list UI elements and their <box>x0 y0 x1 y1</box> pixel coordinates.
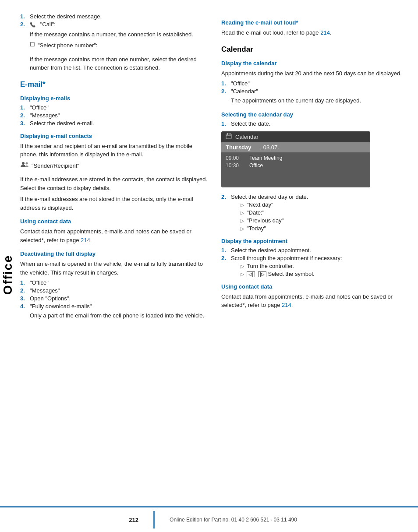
using-contact-page-link[interactable]: 214 <box>81 237 90 243</box>
step-num: 2. <box>20 287 27 294</box>
step-1-text: Select the desired message. <box>30 13 208 20</box>
step-text: Open "Options". <box>30 295 208 302</box>
reading-page-link[interactable]: 214 <box>320 29 330 36</box>
arrow-item: ▷Turn the controller. <box>241 263 409 269</box>
symbol-box-2: |▷ <box>258 271 266 277</box>
displaying-contacts-body1: If the sender and recipient of an e-mail… <box>20 142 208 159</box>
sidebar: Office <box>0 0 16 532</box>
using-contact2-title: Using contact data <box>221 283 409 290</box>
step-text: "Office" <box>30 279 208 286</box>
step-item: 1."Office" <box>20 104 208 111</box>
selecting-day-step2-num: 2. <box>221 194 228 200</box>
step-item: 3.Open "Options". <box>20 295 208 302</box>
step-1-num: 1. <box>20 13 27 20</box>
selecting-day-step1-text: Select the date. <box>231 120 409 127</box>
main-content: 1. Select the desired message. 2. "Call"… <box>16 0 418 532</box>
step-text: Select the desired e-mail. <box>30 120 208 127</box>
step-2: 2. "Call": <box>20 21 208 28</box>
svg-point-0 <box>22 162 25 165</box>
step-text: "Calendar" <box>231 88 409 95</box>
step-num: 1. <box>221 80 228 87</box>
step-num: 3. <box>20 120 27 127</box>
step-num: 2. <box>221 255 228 261</box>
footer-edition-text: Online Edition for Part no. 01 40 2 606 … <box>170 517 297 523</box>
calendar-date: , 03.07. <box>260 144 279 151</box>
selecting-day-step2-text: Select the desired day or date. <box>231 194 409 200</box>
phone-icon <box>30 21 37 28</box>
step-item: 2.Scroll through the appointment if nece… <box>221 255 409 261</box>
arrow-item: ▷"Next day" <box>241 201 409 208</box>
step-item: 2."Messages" <box>20 287 208 294</box>
step-text: "Office" <box>231 80 409 87</box>
arrow-symbol: ▷ <box>241 264 244 269</box>
svg-point-1 <box>26 162 28 164</box>
using-contact-title: Using contact data <box>20 218 208 225</box>
option-text: "Previous day" <box>247 217 409 224</box>
call-select-phone: ☐ "Select phone number": <box>30 41 208 53</box>
arrow-item: ▷"Today" <box>241 225 409 232</box>
option-text: Turn the controller. <box>247 263 294 269</box>
arrow-item: ▷"Date:" <box>241 209 409 216</box>
calendar-event-name: Office <box>249 162 263 169</box>
step-num: 4. <box>20 303 27 310</box>
step-item: 1."Office" <box>20 279 208 286</box>
step-text: Select the desired appointment. <box>231 247 409 254</box>
selecting-day-step1: 1. Select the date. <box>221 120 409 127</box>
reading-body: Read the e-mail out loud, refer to page … <box>221 28 409 37</box>
people-icon <box>20 162 29 169</box>
step-item: 2."Calendar" <box>221 88 409 95</box>
step-num: 2. <box>221 88 228 95</box>
calendar-events: 09:00Team Meeting10:30Office <box>221 152 370 187</box>
arrow-item: ▷ ◁| |▷ Select the symbol. <box>241 271 409 277</box>
step-text: Scroll through the appointment if necess… <box>231 255 409 261</box>
selecting-day-step2-row: 2. Select the desired day or date. <box>221 194 409 200</box>
display-calendar-indent: The appointments on the current day are … <box>231 96 409 105</box>
using-contact-body: Contact data from appointments, e-mails … <box>20 227 208 244</box>
step-num: 1. <box>221 247 228 254</box>
deactivating-body: When an e-mail is opened in the vehicle,… <box>20 260 208 277</box>
step-1: 1. Select the desired message. <box>20 13 208 20</box>
step-item: 4."Fully download e-mails" <box>20 303 208 310</box>
step-num: 1. <box>20 104 27 111</box>
step-2-num: 2. <box>20 21 27 28</box>
option-text: "Next day" <box>247 201 409 208</box>
step-text: "Fully download e-mails" <box>30 303 208 310</box>
display-calendar-title: Display the calendar <box>221 60 409 67</box>
displaying-contacts-body2: If the e-mail addresses are stored in th… <box>20 175 208 192</box>
calendar-event-time: 09:00 <box>226 155 243 161</box>
calendar-section-title: Calendar <box>221 45 409 54</box>
left-column: 1. Select the desired message. 2. "Call"… <box>20 13 208 523</box>
deactivating-title: Deactivating the full display <box>20 250 208 257</box>
calendar-mockup: Calendar Thursday , 03.07. 09:00Team Mee… <box>221 131 370 187</box>
step-text: "Office" <box>30 104 208 111</box>
display-calendar-steps: 1."Office"2."Calendar" <box>221 80 409 95</box>
option-text: "Today" <box>247 225 409 232</box>
sender-recipient-row: "Sender/Recipient" <box>20 162 208 173</box>
step-item: 1."Office" <box>221 80 409 87</box>
calendar-day: Thursday <box>226 144 252 151</box>
arrow-symbol: ▷ <box>241 226 244 232</box>
footer-page-number: 212 <box>121 517 138 523</box>
calendar-event-time: 10:30 <box>226 162 243 169</box>
step-text: "Messages" <box>30 112 208 119</box>
step-num: 1. <box>20 279 27 286</box>
reading-title: Reading the e-mail out loud* <box>221 19 409 26</box>
footer-divider <box>153 511 155 528</box>
arrow-symbol: ▷ <box>241 210 244 216</box>
deactivating-indent: Only a part of the email from the cell p… <box>30 311 208 320</box>
using-contact2-page-link[interactable]: 214 <box>282 302 291 308</box>
arrow-item: ▷"Previous day" <box>241 217 409 224</box>
calendar-header-title: Calendar <box>235 134 259 140</box>
calendar-event-row: 10:30Office <box>226 162 366 169</box>
displaying-emails-steps: 1."Office"2."Messages"3.Select the desir… <box>20 104 208 127</box>
deactivating-steps: 1."Office"2."Messages"3.Open "Options".4… <box>20 279 208 310</box>
step-text: "Messages" <box>30 287 208 294</box>
symbol-box-1: ◁| <box>247 271 255 277</box>
calendar-body: Thursday , 03.07. 09:00Team Meeting10:30… <box>221 142 370 187</box>
arrow-symbol: ▷ <box>241 202 244 208</box>
arrow-symbol: ▷ <box>241 271 244 277</box>
calendar-date-row: Thursday , 03.07. <box>221 142 370 152</box>
step-num: 3. <box>20 295 27 302</box>
right-column: Reading the e-mail out loud* Read the e-… <box>221 13 409 523</box>
selecting-day-step1-num: 1. <box>221 120 228 127</box>
